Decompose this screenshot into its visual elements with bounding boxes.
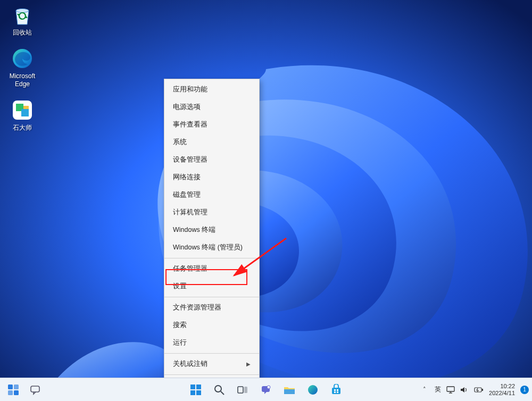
svg-point-21: [308, 385, 318, 395]
speaker-icon: [460, 386, 469, 394]
menu-item-file-explorer[interactable]: 文件资源管理器: [164, 299, 259, 316]
menu-item-windows-terminal[interactable]: Windows 终端: [164, 221, 259, 239]
chat-button[interactable]: [256, 380, 276, 400]
desktop-icons-area: 回收站 Microsoft Edge: [3, 2, 41, 132]
clock-date: 2022/4/11: [489, 390, 515, 397]
search-icon: [213, 384, 225, 396]
menu-item-system[interactable]: 系统: [164, 133, 259, 151]
svg-rect-5: [8, 385, 13, 389]
start-button[interactable]: [186, 380, 206, 400]
power-icon: [474, 387, 484, 393]
volume-icon[interactable]: [460, 380, 469, 400]
notification-center-button[interactable]: 1: [520, 380, 529, 400]
menu-item-run[interactable]: 运行: [164, 334, 259, 352]
menu-item-computer-management[interactable]: 计算机管理: [164, 204, 259, 221]
svg-rect-10: [190, 385, 195, 389]
menu-item-network-connections[interactable]: 网络连接: [164, 169, 259, 186]
taskview-icon: [237, 384, 248, 396]
menu-item-power-options[interactable]: 电源选项: [164, 98, 259, 116]
desktop[interactable]: 回收站 Microsoft Edge: [0, 0, 532, 401]
notification-count: 1: [523, 387, 526, 392]
chat-button-left[interactable]: [25, 380, 45, 400]
svg-rect-25: [334, 391, 336, 393]
store-icon: [330, 384, 342, 396]
ime-text: 英: [435, 385, 441, 394]
taskbar-left: [3, 378, 45, 401]
recycle-bin-icon: [10, 2, 35, 28]
svg-rect-11: [196, 385, 201, 389]
ime-indicator[interactable]: 英: [435, 380, 441, 400]
search-button[interactable]: [209, 380, 229, 400]
svg-rect-16: [238, 387, 243, 393]
svg-rect-24: [337, 389, 338, 391]
notification-badge: 1: [520, 386, 529, 394]
menu-item-apps-features[interactable]: 应用和功能: [164, 81, 259, 98]
svg-rect-12: [190, 390, 195, 395]
desktop-icon-label: 回收站: [13, 29, 32, 36]
menu-item-label: 关机或注销: [173, 360, 207, 369]
chevron-up-icon: ˄: [423, 386, 426, 393]
svg-rect-20: [284, 389, 295, 394]
desktop-icon-label: Microsoft Edge: [10, 72, 36, 88]
svg-rect-8: [14, 390, 19, 395]
taskbar: ˄ 英: [0, 378, 532, 401]
teams-chat-icon: [260, 384, 272, 396]
svg-rect-26: [337, 391, 338, 393]
windows-start-icon: [190, 384, 202, 396]
store-button[interactable]: [326, 380, 346, 400]
svg-point-14: [215, 386, 221, 392]
menu-item-windows-terminal-admin[interactable]: Windows 终端 (管理员): [164, 239, 259, 256]
system-tray: ˄ 英: [420, 378, 529, 401]
desktop-icon-recycle-bin[interactable]: 回收站: [3, 2, 41, 36]
tray-overflow-button[interactable]: ˄: [420, 380, 429, 400]
wallpaper: [0, 0, 532, 401]
file-explorer-button[interactable]: [279, 380, 300, 400]
menu-item-task-manager[interactable]: 任务管理器: [164, 260, 259, 278]
menu-item-event-viewer[interactable]: 事件查看器: [164, 116, 259, 133]
widgets-icon: [7, 384, 19, 396]
desktop-icon-shidashi[interactable]: 石大师: [3, 97, 41, 131]
folder-icon: [283, 384, 296, 396]
desktop-icon-edge[interactable]: Microsoft Edge: [3, 46, 41, 88]
menu-separator: [164, 353, 259, 354]
menu-item-shutdown-signout[interactable]: 关机或注销 ▶: [164, 355, 259, 373]
start-context-menu: 应用和功能 电源选项 事件查看器 系统 设备管理器 网络连接 磁盘管理 计算机管…: [164, 79, 260, 396]
svg-rect-9: [31, 386, 39, 392]
svg-rect-13: [196, 390, 201, 395]
menu-item-device-manager[interactable]: 设备管理器: [164, 151, 259, 169]
taskview-button[interactable]: [232, 380, 253, 400]
chat-icon: [30, 385, 40, 395]
svg-rect-23: [334, 389, 336, 391]
svg-point-19: [267, 386, 270, 389]
clock-time: 10:22: [500, 383, 515, 390]
svg-rect-6: [14, 385, 19, 389]
widgets-button[interactable]: [3, 380, 23, 400]
edge-button[interactable]: [303, 380, 323, 400]
menu-separator: [164, 374, 259, 375]
menu-item-disk-management[interactable]: 磁盘管理: [164, 186, 259, 204]
svg-rect-22: [332, 388, 340, 394]
svg-rect-17: [244, 387, 247, 393]
svg-rect-7: [8, 390, 13, 395]
monitor-icon: [446, 386, 455, 394]
svg-rect-31: [482, 389, 483, 391]
svg-line-15: [221, 391, 224, 395]
taskbar-center: [186, 380, 346, 400]
edge-icon: [307, 384, 319, 396]
desktop-icon-label: 石大师: [13, 124, 32, 131]
clock[interactable]: 10:22 2022/4/11: [489, 383, 515, 396]
menu-separator: [164, 297, 259, 297]
shidashi-icon: [10, 97, 35, 123]
menu-item-settings[interactable]: 设置: [164, 278, 259, 295]
battery-icon[interactable]: [474, 380, 484, 400]
network-icon[interactable]: [446, 380, 455, 400]
svg-point-1: [16, 9, 29, 13]
menu-separator: [164, 258, 259, 258]
edge-icon: [10, 46, 35, 71]
svg-rect-27: [447, 387, 454, 391]
menu-item-search[interactable]: 搜索: [164, 316, 259, 334]
chevron-right-icon: ▶: [246, 361, 251, 367]
